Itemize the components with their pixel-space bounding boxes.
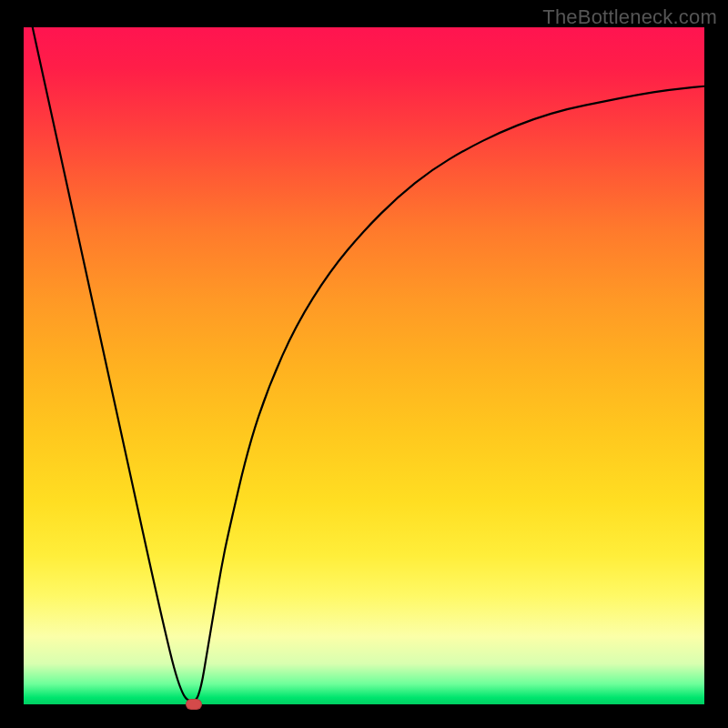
min-marker — [186, 699, 202, 710]
watermark-text: TheBottleneck.com — [542, 5, 717, 29]
curve-svg — [24, 27, 704, 704]
chart-container: TheBottleneck.com — [0, 0, 728, 728]
plot-area — [24, 27, 704, 704]
bottleneck-curve — [24, 27, 704, 702]
